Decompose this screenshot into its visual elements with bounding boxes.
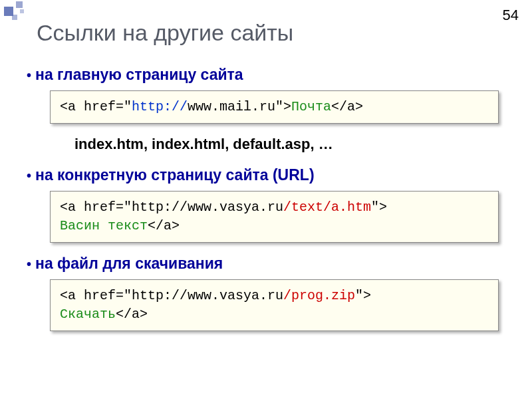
slide-content: Ссылки на другие сайты • на главную стра… (0, 0, 532, 331)
slide-corner-decoration (0, 0, 33, 30)
code-fragment: </a> (148, 218, 180, 233)
bullet-text: на главную страницу сайта (35, 66, 243, 84)
bullet-specific-page: • на конкретную страницу сайта (URL) (27, 166, 512, 184)
code-fragment: </a> (116, 307, 148, 322)
index-files-note: index.htm, index.html, default.asp, … (74, 136, 512, 153)
slide-title: Ссылки на другие сайты (37, 20, 512, 46)
code-fragment: </a> (331, 99, 363, 114)
code-fragment: Почта (291, 99, 331, 114)
code-fragment: www.mail.ru"> (188, 99, 291, 114)
code-fragment: <a href=" (60, 99, 132, 114)
code-fragment: <a href="http://www.vasya.ru (60, 200, 283, 215)
bullet-icon: • (27, 257, 31, 272)
bullet-main-page: • на главную страницу сайта (27, 66, 512, 84)
bullet-text: на конкретную страницу сайта (URL) (35, 166, 315, 184)
code-fragment: <a href="http://www.vasya.ru (60, 288, 283, 303)
page-number: 54 (503, 7, 519, 24)
code-fragment: "> (355, 288, 371, 303)
code-fragment: Скачать (60, 307, 116, 322)
code-fragment: http:// (132, 99, 188, 114)
code-box-main-page: <a href="http://www.mail.ru">Почта</a> (50, 90, 499, 124)
code-fragment: Васин текст (60, 218, 148, 233)
code-fragment: "> (371, 200, 387, 215)
bullet-icon: • (27, 168, 31, 184)
bullet-text: на файл для скачивания (35, 255, 223, 273)
bullet-icon: • (27, 68, 31, 83)
code-box-specific-page: <a href="http://www.vasya.ru/text/a.htm"… (50, 191, 499, 243)
bullet-download-file: • на файл для скачивания (27, 255, 512, 273)
code-box-download-file: <a href="http://www.vasya.ru/prog.zip">С… (50, 279, 499, 331)
code-fragment: /text/a.htm (283, 200, 371, 215)
code-fragment: /prog.zip (283, 288, 355, 303)
